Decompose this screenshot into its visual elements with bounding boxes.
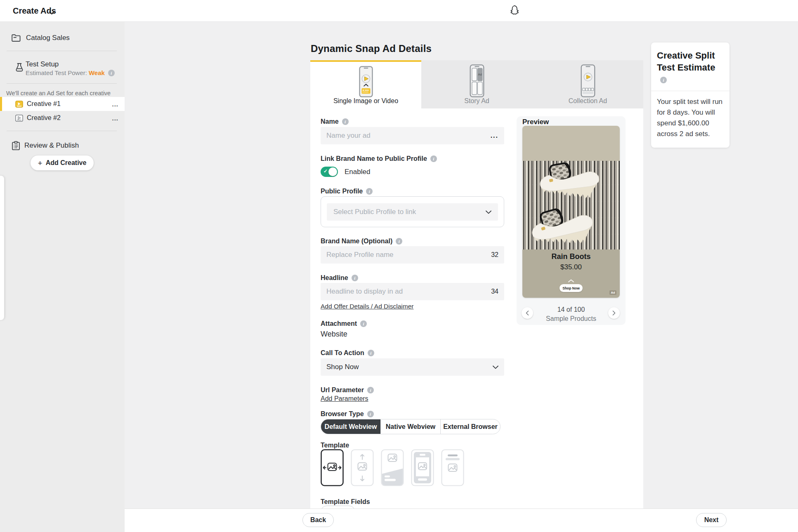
sidebar-item-campaign[interactable]: Catalog Sales	[0, 31, 125, 45]
template-headline-icon	[441, 449, 464, 486]
drawer-handle[interactable]	[0, 176, 4, 320]
folder-icon	[11, 34, 21, 42]
story-ad-phone-icon: Ad	[470, 64, 484, 97]
template-option-framed[interactable]	[411, 449, 434, 486]
template-option-vertical[interactable]	[351, 449, 374, 486]
tab-collection-ad[interactable]: Collection Ad	[532, 60, 643, 108]
url-parameter-label: Url Parameter	[321, 386, 364, 394]
name-input[interactable]: Name your ad ...	[321, 127, 504, 144]
preview-bottom-band: Rain Boots $35.00 Shop Now Ad	[522, 250, 620, 298]
preview-title: Preview	[522, 118, 549, 126]
browser-option-native-webview[interactable]: Native Webview	[380, 419, 440, 434]
browser-type-label-row: Browser Type	[321, 410, 504, 418]
info-icon[interactable]	[352, 275, 358, 281]
browser-type-segmented-control: Default Webview Native Webview External …	[321, 419, 501, 434]
template-fields-label: Template Fields	[321, 498, 504, 506]
add-creative-button[interactable]: + Add Creative	[31, 155, 94, 170]
link-brand-label-row: Link Brand Name to Public Profile	[321, 155, 504, 162]
collection-ad-phone-icon	[581, 64, 595, 97]
attachment-value: Website	[321, 330, 347, 339]
cta-value: Shop Now	[326, 363, 359, 371]
info-icon[interactable]	[368, 350, 374, 356]
test-power-label: Estimated Test Power:	[26, 69, 87, 76]
template-option-caption[interactable]	[381, 449, 404, 486]
footer-bar: Back Next	[125, 508, 798, 532]
attachment-label-row: Attachment	[321, 320, 504, 327]
snapchat-ghost-icon[interactable]	[509, 5, 521, 19]
headline-input[interactable]: Headline to display in ad 34	[321, 283, 504, 300]
split-test-estimate-card: Creative Split Test Estimate Your split …	[651, 42, 730, 148]
test-power-value: Weak	[89, 69, 105, 76]
name-label-row: Name	[321, 118, 504, 125]
chevron-down-icon	[493, 365, 498, 369]
cta-select[interactable]: Shop Now	[321, 358, 504, 376]
template-label: Template	[321, 442, 504, 449]
link-brand-toggle-row: Enabled	[321, 167, 370, 177]
toggle-state-label: Enabled	[345, 168, 370, 176]
info-icon[interactable]	[660, 77, 667, 83]
tab-single-image-or-video[interactable]: Single Image or Video	[310, 60, 421, 108]
test-power-row: Estimated Test Power: Weak	[26, 69, 115, 76]
single-image-phone-icon	[359, 66, 373, 97]
create-ads-page: Create Ads Catalog Sales Test Setup Esti…	[0, 0, 798, 532]
public-profile-label-row: Public Profile	[321, 188, 504, 195]
divider	[7, 51, 117, 51]
public-profile-select[interactable]: Select Public Profile to link	[327, 203, 498, 221]
tab-story-ad[interactable]: Ad Story Ad	[421, 60, 532, 108]
link-brand-label: Link Brand Name to Public Profile	[321, 155, 427, 162]
offer-details-link[interactable]: Add Offer Details / Ad Disclaimer	[321, 303, 413, 310]
enabled-toggle[interactable]	[321, 167, 338, 177]
back-button[interactable]: Back	[302, 513, 334, 527]
video-creative-icon	[15, 101, 23, 108]
divider	[7, 131, 117, 131]
add-creative-label: Add Creative	[46, 159, 87, 167]
ad-preview-card: Rain Boots $35.00 Shop Now Ad	[522, 126, 620, 298]
plus-icon: +	[38, 159, 42, 167]
ad-type-tabs: Single Image or Video Ad Story Ad	[310, 60, 643, 108]
more-options-icon[interactable]: ...	[491, 132, 498, 139]
name-placeholder: Name your ad	[326, 132, 371, 140]
info-icon[interactable]	[342, 118, 349, 125]
brand-name-input[interactable]: Replace Profile name 32	[321, 246, 504, 264]
more-options-icon[interactable]: ...	[112, 115, 118, 122]
clipboard-icon	[12, 141, 20, 151]
product-name: Rain Boots	[522, 252, 620, 261]
info-icon[interactable]	[108, 70, 115, 76]
estimate-body: Your split test will run for 8 days. You…	[651, 91, 730, 148]
cta-label-row: Call To Action	[321, 349, 504, 357]
info-icon[interactable]	[367, 387, 374, 393]
public-profile-box: Select Public Profile to link	[321, 196, 504, 227]
chevron-down-icon[interactable]	[49, 9, 54, 16]
template-option-headline[interactable]	[441, 449, 464, 486]
story-ad-badge: Ad	[478, 73, 482, 76]
char-counter: 32	[491, 251, 498, 259]
info-icon[interactable]	[396, 238, 402, 245]
template-horizontal-icon	[321, 449, 344, 486]
template-options	[321, 449, 464, 486]
creative-label: Creative #2	[27, 114, 61, 122]
page-title: Dynamic Snap Ad Details	[311, 43, 432, 54]
browser-option-default-webview[interactable]: Default Webview	[321, 419, 380, 434]
brand-name-placeholder: Replace Profile name	[326, 251, 394, 259]
more-options-icon[interactable]: ...	[112, 101, 118, 108]
info-icon[interactable]	[367, 411, 374, 417]
info-icon[interactable]	[360, 320, 367, 327]
url-parameter-label-row: Url Parameter	[321, 386, 504, 394]
sidebar-item-review-publish[interactable]: Review & Publish	[0, 138, 125, 153]
sidebar: Catalog Sales Test Setup Estimated Test …	[0, 21, 125, 532]
next-button[interactable]: Next	[696, 513, 727, 527]
shop-now-button[interactable]: Shop Now	[560, 284, 583, 292]
sidebar-item-creative-2[interactable]: Creative #2 ...	[0, 111, 125, 125]
info-icon[interactable]	[366, 188, 373, 195]
sidebar-item-creative-1[interactable]: Creative #1 ...	[0, 97, 125, 111]
add-parameters-link[interactable]: Add Parameters	[321, 395, 368, 403]
preview-panel: Preview	[517, 116, 626, 325]
selected-indicator	[0, 97, 2, 111]
info-icon[interactable]	[430, 155, 437, 162]
review-publish-label: Review & Publish	[24, 141, 79, 150]
browser-option-external-browser[interactable]: External Browser	[440, 419, 500, 434]
chevron-down-icon	[486, 210, 491, 214]
sidebar-item-test-setup[interactable]: Test Setup	[26, 60, 59, 68]
template-option-horizontal-selected[interactable]	[321, 449, 344, 486]
tab-label: Single Image or Video	[333, 97, 398, 105]
